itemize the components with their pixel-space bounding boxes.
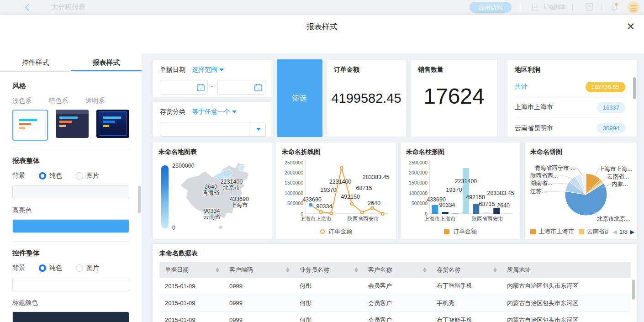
x-axis-label: 陕西省西安市: [472, 216, 504, 222]
bar[interactable]: [463, 168, 469, 214]
report-bg-color-input[interactable]: [12, 185, 129, 199]
line-legend[interactable]: 订单金额: [282, 227, 391, 236]
legend-label: 订单金额: [328, 227, 352, 236]
data-point[interactable]: [330, 212, 333, 215]
bar-legend[interactable]: 订单金额: [406, 227, 515, 236]
sidebar-scrollbar[interactable]: [138, 186, 141, 213]
tab-widget-style[interactable]: 控件样式: [0, 53, 71, 71]
close-icon[interactable]: ✕: [625, 21, 637, 33]
card-scrollbar[interactable]: [633, 77, 636, 99]
bar[interactable]: [442, 212, 449, 214]
category-select[interactable]: [160, 122, 266, 137]
widget-bg-image-radio[interactable]: 图片: [76, 264, 99, 272]
sort-icon[interactable]: [423, 268, 427, 273]
bell-icon[interactable]: [609, 2, 619, 12]
data-point[interactable]: [371, 206, 374, 209]
tab-report-style[interactable]: 报表样式: [71, 53, 142, 71]
chart-title: 未命名柱形图: [406, 148, 515, 156]
data-label: 2231400: [329, 179, 352, 185]
y-axis-tick: 500000: [412, 201, 428, 206]
date-operator-link[interactable]: 选择范围: [192, 66, 217, 73]
kpi-order-amount-card: 订单金额 4199582.45: [326, 59, 406, 137]
date-to-input[interactable]: 7: [217, 80, 265, 95]
table-scrollbar[interactable]: [632, 280, 635, 300]
filter-submit-button[interactable]: 筛选: [277, 59, 322, 137]
data-point[interactable]: [320, 211, 322, 213]
data-point[interactable]: [350, 202, 353, 205]
report-preview-area: 单据日期 选择范围 7 ~: [142, 53, 644, 322]
sort-icon[interactable]: [493, 268, 497, 273]
data-point[interactable]: [340, 167, 343, 169]
report-title[interactable]: 大分析报表: [51, 3, 85, 13]
table-column-header[interactable]: 客户名称: [363, 262, 431, 278]
table-column-header[interactable]: 单据日期: [159, 262, 224, 278]
notification-dot: [615, 3, 618, 6]
table-row[interactable]: 2015-01-090999何彤会员客户手机壳内蒙古自治区包头市东河区: [159, 295, 631, 311]
legend-item[interactable]: 云南省昆: [579, 227, 608, 236]
table-cell: 2015-01-09: [159, 295, 224, 311]
table-cell: 0999: [224, 311, 294, 322]
theme-transparent-preview[interactable]: [96, 110, 129, 138]
map-gradient-legend: [161, 165, 169, 228]
region-row-total: 共计 162726.65: [515, 77, 625, 97]
table-cell: 何彤: [294, 311, 363, 322]
sort-icon[interactable]: [216, 268, 219, 273]
map-value-qinghai: 2640: [205, 184, 217, 190]
backend-script-button[interactable]: </> 后端脚本: [532, 3, 567, 11]
widget-overall-heading: 控件整体: [12, 249, 129, 258]
radio-unchecked-icon: [76, 264, 83, 272]
theme-dark-preview[interactable]: [56, 110, 89, 138]
widget-bg-solid-radio[interactable]: 纯色: [39, 264, 62, 272]
contact-card-icon[interactable]: [585, 2, 594, 11]
chevron-down-icon: [232, 111, 237, 113]
map-name-yunnan: 云南省: [203, 214, 221, 220]
region-row: 云南省昆明市 30994: [515, 118, 625, 138]
data-point[interactable]: [361, 211, 364, 214]
report-overall-heading: 报表整体: [12, 157, 129, 165]
data-point[interactable]: [381, 212, 384, 215]
back-icon[interactable]: [23, 3, 32, 12]
y-axis-tick: 2000000: [409, 170, 428, 175]
title-color-input[interactable]: [12, 311, 129, 322]
legend-next-icon[interactable]: ▶: [630, 228, 634, 235]
legend-item[interactable]: 上海市上海市: [530, 227, 574, 236]
bar[interactable]: [483, 212, 490, 214]
legend-prev-icon[interactable]: ◀: [612, 228, 617, 235]
theme-light-preview[interactable]: [12, 110, 48, 141]
y-axis-tick: 2500000: [409, 160, 428, 165]
sort-icon[interactable]: [286, 268, 290, 273]
table-column-header[interactable]: 存货名称: [431, 262, 501, 278]
category-operator-link[interactable]: 等于任意一个: [192, 108, 230, 115]
report-bg-image-radio[interactable]: 图片: [76, 172, 99, 180]
theme-transparent-label: 透明系: [85, 97, 105, 105]
bar-chart-card: 未命名柱形图 050000010000001500000200000025000…: [400, 142, 521, 240]
widget-bg-color-input[interactable]: [12, 278, 129, 291]
bar-chart[interactable]: 05000001000000150000020000002500000 4336…: [406, 156, 516, 225]
map-name-shanghai: 上海市: [231, 202, 248, 208]
line-chart[interactable]: 05000001000000150000020000002500000 4336…: [282, 156, 391, 225]
bar[interactable]: [452, 213, 459, 214]
sort-icon[interactable]: [354, 268, 358, 273]
bar[interactable]: [493, 208, 500, 214]
table-column-header[interactable]: 业务员名称: [294, 262, 363, 278]
select-dropdown-button[interactable]: [249, 122, 265, 136]
bar[interactable]: [504, 214, 510, 215]
app-access-button[interactable]: 应用访问: [470, 2, 512, 13]
map-chart-card: 未命名地图表 2500000 0 2231400 北京市: [153, 142, 272, 240]
table-row[interactable]: 2015-01-090999何彤会员客户布丁智能手机内蒙古自治区包头市东河区: [159, 278, 631, 295]
kpi-region-profit-card: 地区利润 共计 162726.65 上海市上海市 16337 云南省昆明市 30…: [507, 59, 638, 137]
avatar-menu-icon[interactable]: [628, 1, 639, 13]
y-axis-tick: 1500000: [285, 180, 303, 185]
data-point[interactable]: [309, 204, 312, 206]
date-from-input[interactable]: 7: [160, 80, 208, 95]
x-axis-label: 上海市上海市: [424, 216, 456, 222]
bar[interactable]: [473, 204, 479, 214]
china-map[interactable]: 2231400 北京市 2640 青海省 433690 上海市 90334 云南…: [175, 159, 268, 236]
chevron-down-icon: [256, 128, 261, 131]
report-bg-solid-radio[interactable]: 纯色: [39, 172, 62, 180]
pie-chart[interactable]: 青海省西宁市 ... 陕西省西... 湖南省... 江苏... 上海市上海...…: [530, 156, 633, 228]
table-column-header[interactable]: 客户编码: [224, 262, 294, 278]
bar[interactable]: [432, 205, 438, 214]
highlight-color-input[interactable]: [12, 219, 129, 233]
table-row[interactable]: 2015-01-090999何彤会员客户布丁智能手机内蒙古自治区包头市东河区: [159, 311, 631, 322]
